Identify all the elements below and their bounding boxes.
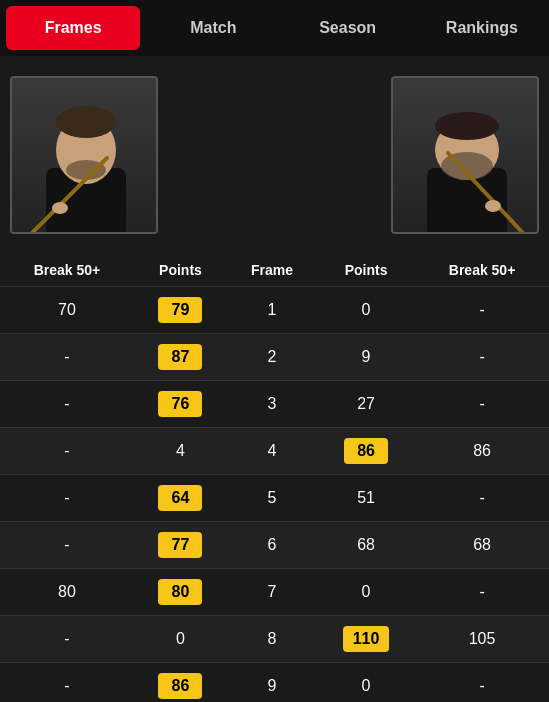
table-row: -7766868	[0, 522, 549, 569]
frame-cell: 3	[227, 381, 317, 428]
col-points-right: Points	[317, 254, 415, 287]
break50-right-cell: 86	[415, 428, 549, 475]
points-right-cell: 51	[317, 475, 415, 522]
points-right-cell: 9	[317, 334, 415, 381]
points-right-cell: 68	[317, 522, 415, 569]
players-section	[0, 56, 549, 244]
player-left-avatar	[10, 76, 158, 234]
break50-right-cell: 105	[415, 616, 549, 663]
table-row: -8690-	[0, 663, 549, 703]
points-left-cell: 86	[134, 663, 227, 703]
break50-left-cell: -	[0, 522, 134, 569]
points-right-cell: 0	[317, 663, 415, 703]
break50-right-cell: -	[415, 569, 549, 616]
table-row: -76327-	[0, 381, 549, 428]
tab-bar: Frames Match Season Rankings	[0, 0, 549, 56]
player-right-avatar	[391, 76, 539, 234]
stats-table: Break 50+ Points Frame Points Break 50+ …	[0, 254, 549, 702]
break50-left-cell: 80	[0, 569, 134, 616]
break50-right-cell: -	[415, 475, 549, 522]
table-row: 808070-	[0, 569, 549, 616]
svg-point-2	[56, 106, 116, 138]
break50-right-cell: -	[415, 381, 549, 428]
svg-point-5	[52, 202, 68, 214]
points-right-cell: 86	[317, 428, 415, 475]
points-left-cell: 80	[134, 569, 227, 616]
tab-season[interactable]: Season	[281, 0, 415, 56]
table-row: -08110105	[0, 616, 549, 663]
frame-cell: 1	[227, 287, 317, 334]
break50-left-cell: -	[0, 663, 134, 703]
break50-left-cell: -	[0, 475, 134, 522]
col-frame: Frame	[227, 254, 317, 287]
points-right-cell: 0	[317, 287, 415, 334]
break50-left-cell: -	[0, 428, 134, 475]
points-left-cell: 0	[134, 616, 227, 663]
svg-point-11	[485, 200, 501, 212]
points-left-cell: 4	[134, 428, 227, 475]
table-header: Break 50+ Points Frame Points Break 50+	[0, 254, 549, 287]
points-left-cell: 64	[134, 475, 227, 522]
points-right-cell: 27	[317, 381, 415, 428]
tab-match[interactable]: Match	[146, 0, 280, 56]
tab-rankings[interactable]: Rankings	[415, 0, 549, 56]
break50-left-cell: -	[0, 381, 134, 428]
table-row: 707910-	[0, 287, 549, 334]
table-row: -8729-	[0, 334, 549, 381]
table-row: -448686	[0, 428, 549, 475]
frame-cell: 7	[227, 569, 317, 616]
frame-cell: 4	[227, 428, 317, 475]
tab-frames[interactable]: Frames	[6, 6, 140, 50]
points-left-cell: 77	[134, 522, 227, 569]
break50-left-cell: -	[0, 334, 134, 381]
break50-right-cell: -	[415, 334, 549, 381]
table-row: -64551-	[0, 475, 549, 522]
points-left-cell: 79	[134, 287, 227, 334]
frame-cell: 9	[227, 663, 317, 703]
frame-cell: 6	[227, 522, 317, 569]
break50-right-cell: -	[415, 663, 549, 703]
points-right-cell: 110	[317, 616, 415, 663]
col-break50-right: Break 50+	[415, 254, 549, 287]
frame-cell: 2	[227, 334, 317, 381]
break50-left-cell: -	[0, 616, 134, 663]
col-break50-left: Break 50+	[0, 254, 134, 287]
break50-right-cell: -	[415, 287, 549, 334]
svg-point-8	[435, 112, 499, 140]
points-left-cell: 87	[134, 334, 227, 381]
points-left-cell: 76	[134, 381, 227, 428]
break50-left-cell: 70	[0, 287, 134, 334]
frame-cell: 8	[227, 616, 317, 663]
frame-cell: 5	[227, 475, 317, 522]
col-points-left: Points	[134, 254, 227, 287]
points-right-cell: 0	[317, 569, 415, 616]
break50-right-cell: 68	[415, 522, 549, 569]
